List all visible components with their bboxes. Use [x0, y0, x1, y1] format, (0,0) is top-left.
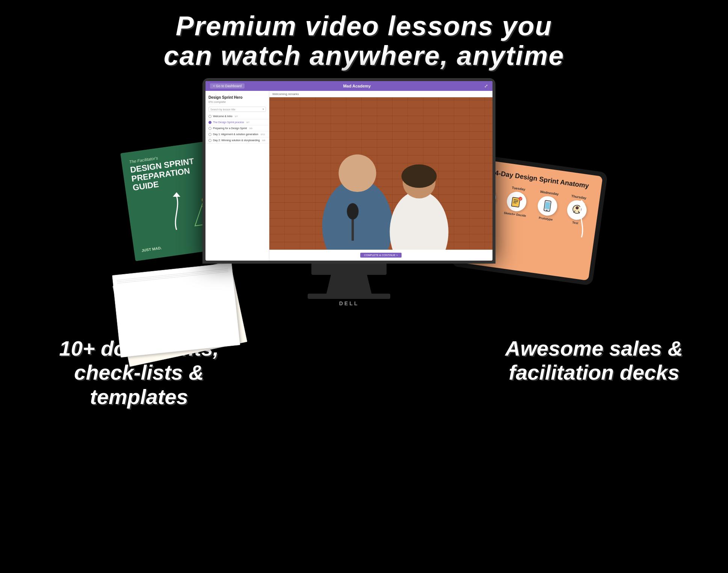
module-name-4: Day 1: Alignment & solution generation [213, 133, 258, 136]
day-icon-tuesday: ✓ [506, 190, 528, 213]
svg-point-14 [390, 191, 448, 250]
screen-sidebar: Design Sprint Hero 0% complete Search by… [205, 91, 269, 261]
right-arrow-wrapper [570, 200, 593, 246]
content-area: Check the Sprint pre-orientation (1-2 we… [0, 78, 728, 329]
sprint-day-tuesday: Tuesday ✓ [504, 185, 530, 217]
module-count-3: 0/9 [249, 127, 252, 130]
video-frame[interactable] [269, 97, 492, 250]
sidebar-search[interactable]: Search by lesson title ▾ [208, 107, 266, 112]
back-button[interactable]: < Go to Dashboard [210, 83, 245, 89]
module-name-active: The Design Sprint process [213, 121, 244, 124]
screen-bottom: COMPLETE & CONTINUE > [269, 250, 492, 261]
module-count-active: 0/7 [246, 121, 249, 124]
right-arrow-svg [570, 200, 593, 245]
complete-continue-btn[interactable]: COMPLETE & CONTINUE > [360, 253, 402, 258]
svg-rect-28 [545, 202, 550, 209]
svg-marker-37 [578, 200, 585, 204]
video-people-svg [269, 97, 492, 250]
module-circle-5 [208, 139, 211, 142]
monitor-foot [308, 294, 390, 299]
svg-text:✓: ✓ [520, 197, 522, 200]
monitor: < Go to Dashboard Mad Academy ⤢ Design S… [202, 78, 495, 264]
main-title: Premium video lessons you can watch anyw… [164, 11, 564, 71]
module-circle-active [208, 121, 211, 124]
prototype-icon [540, 198, 555, 214]
dropdown-icon: ▾ [263, 108, 264, 111]
module-name-5: Day 2: Winning solution & storyboarding [213, 139, 260, 142]
left-arrow-svg [165, 192, 188, 237]
day-label-tuesday: Tuesday [512, 185, 526, 191]
title-line2: can watch anywhere, anytime [164, 41, 564, 71]
main-container: Premium video lessons you can watch anyw… [0, 0, 728, 573]
module-count: 3/7 [235, 115, 238, 118]
screen-title: Mad Academy [343, 84, 371, 88]
monitor-stand [326, 275, 372, 294]
module-circle-3 [208, 127, 211, 130]
sidebar-progress: 0% complete [205, 100, 269, 105]
sidebar-module-4[interactable]: Day 1: Alignment & solution generation 0… [205, 131, 269, 137]
right-caption-text: Awesome sales &facilitation decks [505, 336, 683, 384]
sidebar-module-2[interactable]: The Design Sprint process 0/7 [205, 119, 269, 125]
module-count-4: 0/11 [261, 133, 265, 136]
module-count-5: 0/8 [262, 139, 265, 142]
sidebar-module-1[interactable]: Welcome & Intro 3/7 [205, 113, 269, 119]
svg-point-11 [338, 155, 376, 192]
screen-body: Design Sprint Hero 0% complete Search by… [205, 91, 492, 261]
day-icon-wednesday [536, 195, 559, 217]
svg-point-13 [347, 203, 358, 220]
bottom-captions: 10+ documents,check-lists & templates Aw… [0, 336, 728, 409]
video-label: Welcoming remarks [269, 91, 492, 97]
module-name-3: Preparing for a Design Sprint [213, 127, 247, 130]
screen-main: Welcoming remarks [269, 91, 492, 261]
monitor-screen: < Go to Dashboard Mad Academy ⤢ Design S… [205, 81, 492, 261]
module-circle-4 [208, 133, 211, 136]
day-label-thursday: Thursday [571, 194, 587, 200]
expand-icon[interactable]: ⤢ [469, 83, 488, 89]
right-caption: Awesome sales &facilitation decks [505, 336, 683, 409]
dell-brand: DELL [202, 300, 495, 306]
day-label-wednesday: Wednesday [540, 190, 559, 196]
sprint-day-wednesday: Wednesday Prototype [536, 190, 559, 222]
day-name-tuesday: Sketch+ Decide [504, 211, 526, 217]
left-arrow-wrapper [165, 192, 188, 239]
screen-header: < Go to Dashboard Mad Academy ⤢ [205, 81, 492, 91]
sidebar-module-3[interactable]: Preparing for a Design Sprint 0/9 [205, 125, 269, 131]
monitor-wrapper: < Go to Dashboard Mad Academy ⤢ Design S… [202, 78, 495, 306]
sidebar-module-5[interactable]: Day 2: Winning solution & storyboarding … [205, 137, 269, 143]
title-line1: Premium video lessons you [164, 11, 564, 41]
svg-point-16 [402, 164, 437, 188]
module-circle [208, 115, 211, 118]
svg-marker-36 [173, 192, 180, 197]
sidebar-course-title: Design Sprint Hero [205, 94, 269, 100]
day-name-wednesday: Prototype [539, 216, 553, 221]
module-name: Welcome & Intro [213, 115, 233, 118]
monitor-base [311, 264, 387, 275]
sketch-icon: ✓ [509, 194, 524, 209]
